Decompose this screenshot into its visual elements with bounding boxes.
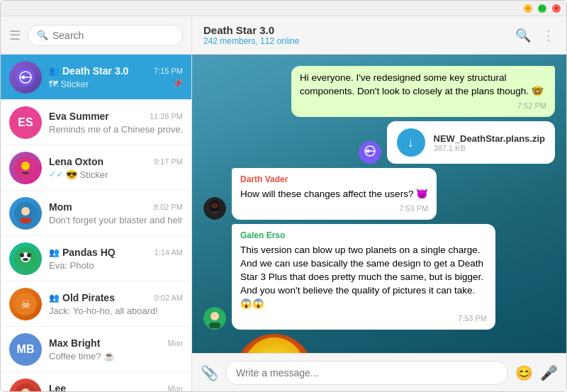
chat-name-row: Lena Oxton 9:17 PM: [49, 156, 183, 167]
chat-time: 9:17 PM: [154, 157, 183, 166]
death-star-avatar-icon: [16, 67, 35, 87]
group-icon: 👥: [49, 66, 60, 76]
chat-item-old-pirates[interactable]: ☠ 👥 Old Pirates 0:02 AM Jack: Yo-ho-ho, …: [1, 281, 191, 327]
message-sender: Darth Vader: [240, 174, 428, 186]
chat-area: Death Star 3.0 242 members, 112 online 🔍…: [192, 16, 566, 391]
chat-time: Mon: [168, 384, 183, 392]
message-input[interactable]: [225, 361, 508, 385]
svg-point-25: [366, 150, 369, 153]
svg-point-28: [211, 203, 218, 208]
svg-point-5: [21, 162, 30, 170]
messages-container: Hi everyone. I've redesigned some key st…: [192, 55, 566, 353]
sidebar: ☰ 🔍: [1, 16, 192, 391]
message-row-galen: Galen Erso This version can blow up two …: [203, 224, 555, 330]
message-row-darth: Darth Vader How will these changes affec…: [203, 168, 555, 220]
avatar-death-star: [9, 61, 42, 94]
avatar-eva-summer: ES: [9, 106, 42, 139]
file-info: NEW_DeathStar.plans.zip 387.1 KB: [434, 133, 545, 152]
chat-header-name: Death Star 3.0: [203, 24, 299, 36]
chat-time: 0:02 AM: [155, 293, 183, 302]
file-bubble: ↓ NEW_DeathStar.plans.zip 387.1 KB: [387, 121, 555, 164]
close-button[interactable]: ×: [552, 4, 561, 13]
minimize-button[interactable]: −: [524, 4, 532, 13]
svg-point-7: [21, 207, 30, 215]
chat-name-row: Lee Mon: [49, 383, 183, 392]
mom-avatar-art: [14, 202, 37, 225]
message-bubble-galen: Galen Erso This version can blow up two …: [232, 224, 495, 330]
chat-name-row: Mom 8:02 PM: [49, 201, 183, 213]
chat-item-max-bright[interactable]: MB Max Bright Mon Coffee time? ☕: [1, 327, 191, 372]
maximize-button[interactable]: □: [538, 4, 546, 13]
chat-preview: Jack: Yo-ho-ho, all aboard!: [49, 306, 183, 316]
chat-item-death-star[interactable]: 👥 Death Star 3.0 7:15 PM 🗺 Sticker 📌: [1, 55, 191, 100]
chat-header-actions: 🔍 ⋮: [515, 28, 555, 43]
svg-point-11: [20, 253, 24, 257]
chat-name: 👥 Old Pirates: [49, 292, 115, 303]
chat-info-eva-summer: Eva Summer 11:28 PM Reminds me of a Chin…: [49, 111, 183, 135]
pirates-avatar-art: ☠: [14, 293, 37, 315]
chat-time: 1:14 AM: [155, 248, 183, 257]
lena-avatar-art: [14, 157, 37, 179]
svg-point-30: [210, 312, 219, 320]
chat-name: 👥 Pandas HQ: [49, 247, 116, 258]
chat-name-row: 👥 Pandas HQ 1:14 AM: [49, 247, 183, 258]
window-controls: − □ ×: [524, 4, 561, 13]
file-message-container: ↓ NEW_DeathStar.plans.zip 387.1 KB: [359, 121, 555, 164]
search-box[interactable]: 🔍: [28, 25, 183, 46]
svg-point-12: [27, 253, 31, 257]
chat-preview: Coffee time? ☕: [49, 351, 183, 362]
chat-preview: ✓✓ 😎 Sticker: [49, 169, 183, 180]
message-text: Hi everyone. I've redesigned some key st…: [300, 72, 546, 99]
message-text: This version can blow up two planets on …: [240, 244, 487, 310]
chat-item-eva-summer[interactable]: ES Eva Summer 11:28 PM Reminds me of a C…: [1, 100, 191, 145]
chat-info-pandas-hq: 👥 Pandas HQ 1:14 AM Eva: Photo: [49, 247, 183, 271]
message-sender: Galen Erso: [240, 230, 487, 242]
chat-item-mom[interactable]: Mom 8:02 PM Don't forget your blaster an…: [1, 191, 191, 236]
file-sender-avatar: [359, 141, 381, 164]
avatar-old-pirates: ☠: [9, 288, 42, 320]
emoji-icon[interactable]: 😊: [515, 364, 533, 381]
chat-info-max-bright: Max Bright Mon Coffee time? ☕: [49, 337, 183, 362]
chat-name: Eva Summer: [49, 111, 109, 122]
pin-icon: 📌: [172, 79, 183, 89]
search-button[interactable]: 🔍: [515, 28, 531, 43]
chat-name: Max Bright: [49, 337, 100, 349]
chat-item-lee[interactable]: Lee Mon We can call it Galaxy Star 7 ;): [1, 372, 191, 391]
message-bubble-darth: Darth Vader How will these changes affec…: [232, 168, 437, 220]
read-checkmarks: ✓✓: [49, 169, 63, 179]
chat-name-row: Eva Summer 11:28 PM: [49, 111, 183, 122]
darth-vader-avatar-icon: [203, 197, 226, 220]
attach-icon[interactable]: 📎: [201, 364, 218, 381]
group-icon: 👥: [49, 247, 60, 257]
chat-time: Mon: [168, 339, 183, 347]
message-row-outgoing-1: Hi everyone. I've redesigned some key st…: [203, 66, 555, 117]
messages-inner: Hi everyone. I've redesigned some key st…: [203, 66, 555, 353]
more-options-button[interactable]: ⋮: [542, 28, 555, 43]
svg-rect-31: [209, 323, 220, 328]
chat-header-info: Death Star 3.0 242 members, 112 online: [203, 24, 299, 46]
avatar-lena-oxton: [9, 152, 42, 184]
file-name: NEW_DeathStar.plans.zip: [434, 133, 545, 144]
avatar-lee: [9, 379, 42, 392]
darth-avatar: [203, 197, 226, 220]
file-avatar-icon: [359, 141, 381, 164]
group-icon: 👥: [49, 293, 60, 303]
chat-name-row: Max Bright Mon: [49, 337, 183, 349]
galen-erso-avatar-icon: [203, 307, 226, 330]
chat-name: Mom: [49, 201, 72, 213]
chat-item-pandas-hq[interactable]: 👥 Pandas HQ 1:14 AM Eva: Photo: [1, 236, 191, 281]
mic-icon[interactable]: 🎤: [540, 364, 558, 381]
chat-item-lena-oxton[interactable]: Lena Oxton 9:17 PM ✓✓ 😎 Sticker: [1, 145, 191, 191]
search-input[interactable]: [52, 30, 174, 41]
avatar-pandas-hq: [9, 242, 42, 275]
file-download-icon[interactable]: ↓: [397, 128, 425, 157]
sidebar-header: ☰ 🔍: [1, 16, 191, 55]
chat-time: 7:15 PM: [154, 67, 183, 75]
message-row-file: ↓ NEW_DeathStar.plans.zip 387.1 KB: [203, 121, 555, 164]
svg-point-13: [23, 258, 28, 261]
chat-time: 11:28 PM: [150, 112, 183, 121]
hamburger-icon[interactable]: ☰: [9, 28, 21, 43]
svg-rect-8: [20, 218, 31, 223]
svg-text:☠: ☠: [21, 298, 30, 310]
title-bar: − □ ×: [1, 1, 566, 16]
